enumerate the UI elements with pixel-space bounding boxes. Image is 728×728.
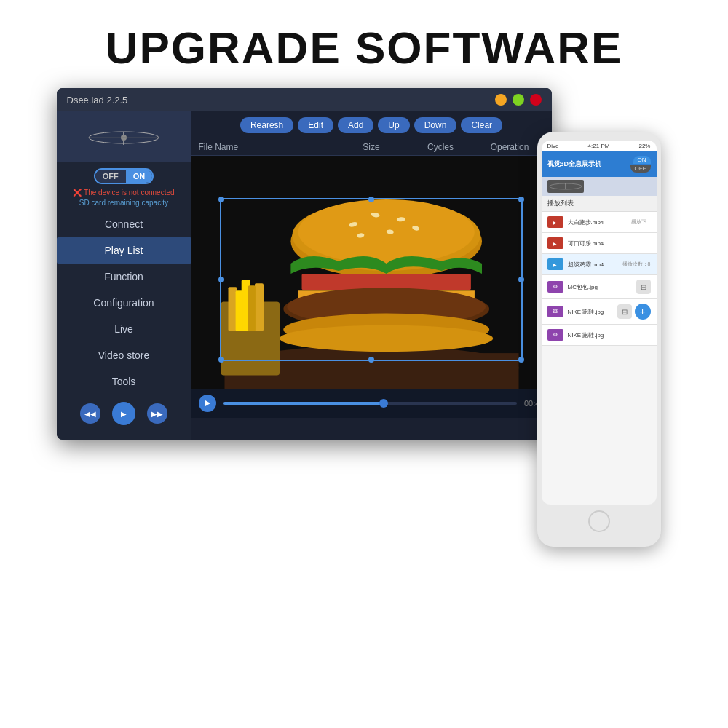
phone-section-title: 播放列表 <box>542 196 657 212</box>
phone-file-item-5[interactable]: 🖼 NIKE 跑鞋.jpg ⊟ + <box>542 299 657 325</box>
phone-file-name-4: MC包包.jpg <box>568 283 632 291</box>
phone-file-item-4[interactable]: 🖼 MC包包.jpg ⊟ <box>542 275 657 299</box>
col-cycles: Cycles <box>406 142 475 152</box>
phone-carrier: Dive <box>547 143 559 149</box>
sidebar-item-tools[interactable]: Tools <box>57 368 191 395</box>
add-button[interactable]: Add <box>338 117 373 133</box>
toggle-switch[interactable]: OFF ON <box>94 168 154 184</box>
phone-file-action-3: 播放次数：8 <box>622 261 651 268</box>
sidebar-item-configuration[interactable]: Configuration <box>57 290 191 316</box>
video-controls-bar: 00:45 <box>191 389 552 418</box>
phone-shell: Dive 4:21 PM 22% 视觉3D全息展示机 ON OFF <box>537 132 661 547</box>
minimize-button[interactable] <box>495 94 507 106</box>
phone-file-icon-video-2: ▶ <box>547 237 563 249</box>
phone-device-mini <box>547 180 584 193</box>
connection-status: ❌ The device is not connected <box>57 187 191 198</box>
toggle-row: OFF ON <box>57 162 191 187</box>
phone-file-name-5: NIKE 跑鞋.jpg <box>568 308 613 316</box>
col-size: Size <box>337 142 406 152</box>
burger-visual <box>191 156 552 389</box>
playback-controls: ◀◀ ▶ ▶▶ <box>57 395 191 432</box>
down-button[interactable]: Down <box>414 117 457 133</box>
phone-battery: 22% <box>638 143 650 149</box>
clear-button[interactable]: Clear <box>461 117 502 133</box>
sidebar-item-live[interactable]: Live <box>57 316 191 342</box>
phone-toggle[interactable]: ON OFF <box>630 156 651 173</box>
phone-file-name-1: 大白跑步.mp4 <box>568 218 627 226</box>
next-button[interactable]: ▶▶ <box>147 403 167 424</box>
phone-home-button[interactable] <box>588 510 610 532</box>
app-title: Dsee.lad 2.2.5 <box>67 95 128 106</box>
maximize-button[interactable] <box>513 94 524 106</box>
phone-mockup: Dive 4:21 PM 22% 视觉3D全息展示机 ON OFF <box>537 88 672 547</box>
page-title: UPGRADE SOFTWARE <box>0 0 728 88</box>
toggle-on-label: ON <box>126 170 153 183</box>
phone-file-item-3[interactable]: ▶ 超级鸡霸.mp4 播放次数：8 <box>542 254 657 275</box>
phone-file-name-3: 超级鸡霸.mp4 <box>568 261 618 269</box>
phone-add-button[interactable]: + <box>635 304 651 320</box>
phone-time: 4:21 PM <box>588 143 610 149</box>
phone-file-icon-video: ▶ <box>547 216 563 228</box>
vc-play-button[interactable] <box>199 395 216 412</box>
prev-button[interactable]: ◀◀ <box>80 403 100 424</box>
phone-header: 视觉3D全息展示机 ON OFF <box>542 151 657 177</box>
phone-file-name-2: 可口可乐.mp4 <box>568 240 646 248</box>
phone-file-icon-highlighted: ▶ <box>547 258 563 270</box>
phone-toggle-off: OFF <box>630 165 651 173</box>
sidebar-item-playlist[interactable]: Play List <box>57 237 191 264</box>
phone-toggle-on: ON <box>633 156 651 164</box>
phone-status-bar: Dive 4:21 PM 22% <box>542 141 657 151</box>
phone-file-item-2[interactable]: ▶ 可口可乐.mp4 <box>542 233 657 254</box>
sidebar: OFF ON ❌ The device is not connected SD … <box>57 111 191 440</box>
up-button[interactable]: Up <box>378 117 409 133</box>
device-icon <box>87 124 160 150</box>
phone-file-icon-image-2: 🖼 <box>547 306 563 317</box>
sidebar-item-videostore[interactable]: Video store <box>57 342 191 368</box>
title-bar: Dsee.lad 2.2.5 <box>57 88 552 111</box>
main-wrapper: Dsee.lad 2.2.5 <box>0 88 728 547</box>
phone-file-item-6[interactable]: 🖼 NIKE 跑鞋.jpg <box>542 325 657 346</box>
sd-info: SD card remaining capacity <box>57 198 191 211</box>
svg-rect-11 <box>254 283 263 331</box>
toolbar: Rearesh Edit Add Up Down Clear <box>191 111 552 139</box>
phone-file-action-1: 播放下... <box>631 218 651 226</box>
phone-file-icon-image-3: 🖼 <box>547 329 563 341</box>
play-button[interactable]: ▶ <box>112 402 135 425</box>
edit-button[interactable]: Edit <box>298 117 333 133</box>
rearesh-button[interactable]: Rearesh <box>240 117 293 133</box>
device-preview <box>57 111 191 162</box>
svg-rect-23 <box>301 274 470 290</box>
main-content: Rearesh Edit Add Up Down Clear File Name… <box>191 111 552 440</box>
svg-rect-12 <box>235 290 242 331</box>
progress-thumb <box>379 399 388 408</box>
svg-marker-29 <box>205 400 210 406</box>
col-operation: Operation <box>475 142 545 152</box>
phone-app-title: 视觉3D全息展示机 <box>547 159 602 169</box>
window-controls <box>495 94 542 106</box>
svg-rect-13 <box>248 285 255 331</box>
phone-file-item-1[interactable]: ▶ 大白跑步.mp4 播放下... <box>542 212 657 233</box>
svg-point-16 <box>298 199 474 264</box>
sidebar-item-function[interactable]: Function <box>57 264 191 290</box>
phone-delete-btn-1[interactable]: ⊟ <box>636 280 651 294</box>
progress-fill <box>223 402 385 405</box>
toggle-off-label: OFF <box>95 170 126 183</box>
table-header: File Name Size Cycles Operation <box>191 139 552 156</box>
app-body: OFF ON ❌ The device is not connected SD … <box>57 111 552 440</box>
video-area: 00:45 <box>191 156 552 440</box>
sidebar-item-connect[interactable]: Connect <box>57 211 191 237</box>
svg-point-28 <box>280 325 493 352</box>
phone-device-row <box>542 177 657 196</box>
phone-file-icon-image-1: 🖼 <box>547 281 563 293</box>
phone-file-name-6: NIKE 跑鞋.jpg <box>568 331 651 339</box>
progress-bar[interactable] <box>223 402 517 405</box>
app-window: Dsee.lad 2.2.5 <box>57 88 552 440</box>
col-filename: File Name <box>199 142 337 152</box>
phone-delete-btn-2[interactable]: ⊟ <box>617 304 632 319</box>
phone-screen: Dive 4:21 PM 22% 视觉3D全息展示机 ON OFF <box>542 141 657 505</box>
